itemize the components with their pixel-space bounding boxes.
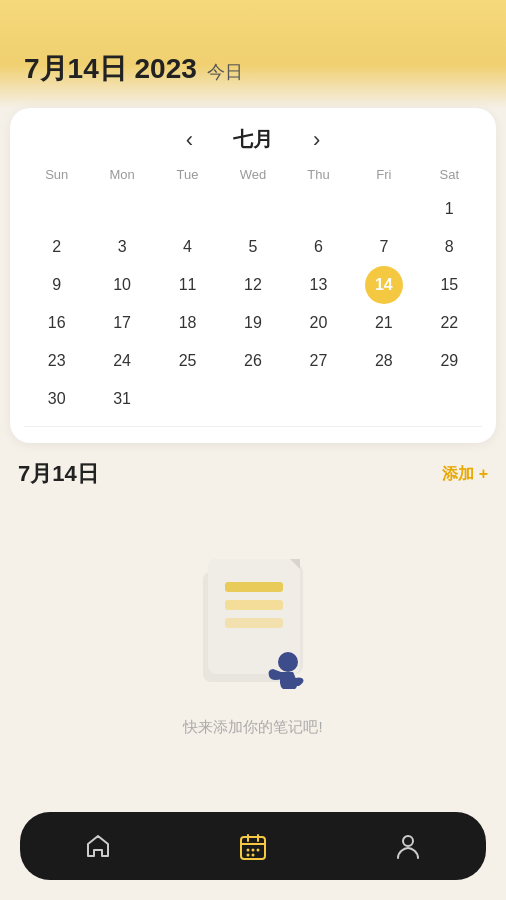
calendar-day — [365, 190, 403, 228]
calendar-divider — [24, 426, 482, 427]
calendar-day[interactable]: 20 — [299, 304, 337, 342]
empty-state-text: 快来添加你的笔记吧! — [183, 718, 322, 737]
calendar-day — [234, 190, 272, 228]
nav-item-calendar[interactable] — [217, 826, 289, 866]
calendar-day — [169, 190, 207, 228]
calendar-icon — [237, 830, 269, 862]
calendar-day[interactable]: 5 — [234, 228, 272, 266]
calendar-grid: 1234567891011121314151617181920212223242… — [24, 190, 482, 418]
nav-item-profile[interactable] — [372, 826, 444, 866]
svg-rect-5 — [225, 618, 283, 628]
svg-point-12 — [251, 849, 254, 852]
calendar-day — [169, 380, 207, 418]
svg-point-16 — [403, 836, 413, 846]
calendar-day[interactable]: 1 — [430, 190, 468, 228]
calendar-day[interactable]: 31 — [103, 380, 141, 418]
header-date-text: 7月14日 2023 — [24, 50, 197, 88]
calendar-day[interactable]: 15 — [430, 266, 468, 304]
calendar-day — [299, 380, 337, 418]
weekday-label: Mon — [89, 163, 154, 190]
person-icon — [392, 830, 424, 862]
calendar-day[interactable]: 7 — [365, 228, 403, 266]
calendar-day[interactable]: 22 — [430, 304, 468, 342]
calendar-day[interactable]: 17 — [103, 304, 141, 342]
prev-month-button[interactable]: ‹ — [186, 127, 193, 153]
calendar-day[interactable]: 30 — [38, 380, 76, 418]
calendar-day[interactable]: 25 — [169, 342, 207, 380]
weekday-label: Wed — [220, 163, 285, 190]
header-today-label: 今日 — [207, 60, 243, 84]
calendar-day[interactable]: 4 — [169, 228, 207, 266]
calendar-day[interactable]: 2 — [38, 228, 76, 266]
weekday-label: Sun — [24, 163, 89, 190]
bottom-section: 7月14日 添加 + 快来添加你的笔记吧! — [0, 443, 506, 812]
next-month-button[interactable]: › — [313, 127, 320, 153]
calendar-day[interactable]: 6 — [299, 228, 337, 266]
month-nav: ‹ 七月 › — [24, 118, 482, 163]
svg-point-14 — [246, 854, 249, 857]
svg-point-13 — [256, 849, 259, 852]
svg-point-11 — [246, 849, 249, 852]
weekday-label: Thu — [286, 163, 351, 190]
calendar-day[interactable]: 9 — [38, 266, 76, 304]
calendar-day[interactable]: 10 — [103, 266, 141, 304]
empty-illustration — [163, 544, 343, 704]
calendar-day — [365, 380, 403, 418]
calendar-day[interactable]: 8 — [430, 228, 468, 266]
calendar-day[interactable]: 28 — [365, 342, 403, 380]
svg-rect-4 — [225, 600, 283, 610]
month-title: 七月 — [233, 126, 273, 153]
calendar-card: ‹ 七月 › SunMonTueWedThuFriSat 12345678910… — [10, 108, 496, 443]
calendar-day[interactable]: 27 — [299, 342, 337, 380]
svg-rect-3 — [225, 582, 283, 592]
header-date: 7月14日 2023 今日 — [24, 50, 482, 88]
calendar-day[interactable]: 11 — [169, 266, 207, 304]
calendar-day[interactable]: 13 — [299, 266, 337, 304]
calendar-day — [430, 380, 468, 418]
calendar-day[interactable]: 3 — [103, 228, 141, 266]
calendar-day[interactable]: 24 — [103, 342, 141, 380]
calendar-day[interactable]: 19 — [234, 304, 272, 342]
calendar-day[interactable]: 18 — [169, 304, 207, 342]
calendar-day — [299, 190, 337, 228]
weekday-row: SunMonTueWedThuFriSat — [24, 163, 482, 190]
calendar-day[interactable]: 29 — [430, 342, 468, 380]
calendar-day — [38, 190, 76, 228]
weekday-label: Fri — [351, 163, 416, 190]
calendar-day[interactable]: 26 — [234, 342, 272, 380]
calendar-day[interactable]: 23 — [38, 342, 76, 380]
add-note-button[interactable]: 添加 + — [442, 464, 488, 485]
header: 7月14日 2023 今日 — [0, 0, 506, 108]
empty-state: 快来添加你的笔记吧! — [18, 499, 488, 812]
calendar-day[interactable]: 21 — [365, 304, 403, 342]
svg-point-6 — [278, 652, 298, 672]
nav-item-home[interactable] — [62, 826, 134, 866]
home-icon — [82, 830, 114, 862]
calendar-day[interactable]: 14 — [365, 266, 403, 304]
svg-point-15 — [251, 854, 254, 857]
calendar-day — [103, 190, 141, 228]
weekday-label: Sat — [417, 163, 482, 190]
calendar-day[interactable]: 12 — [234, 266, 272, 304]
weekday-label: Tue — [155, 163, 220, 190]
selected-date-label: 7月14日 — [18, 459, 99, 489]
bottom-nav — [20, 812, 486, 880]
calendar-day — [234, 380, 272, 418]
calendar-day[interactable]: 16 — [38, 304, 76, 342]
bottom-header: 7月14日 添加 + — [18, 459, 488, 489]
